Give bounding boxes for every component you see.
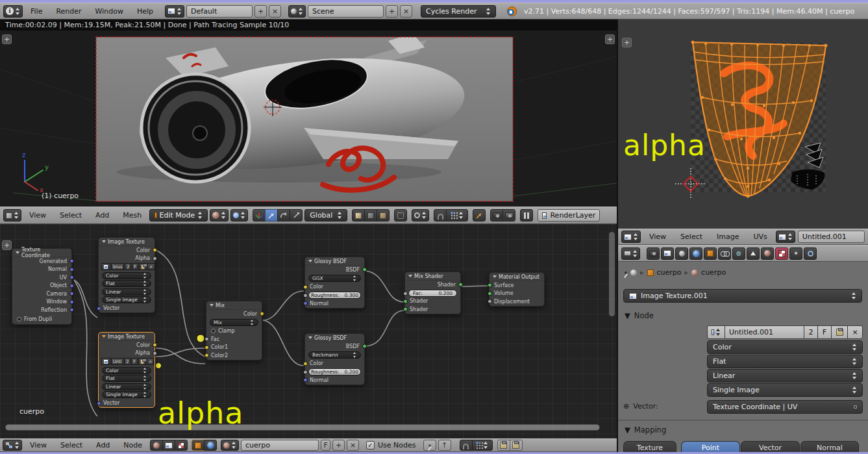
menu-mesh[interactable]: Mesh <box>117 211 147 220</box>
unlink-image-button[interactable]: × <box>147 263 155 270</box>
render-opengl-anim-button[interactable] <box>502 209 515 221</box>
proportional-edit-select[interactable] <box>412 209 429 221</box>
fac-slider[interactable]: Fac:0.200 <box>408 290 457 297</box>
new-image-button[interactable] <box>139 263 147 270</box>
manipulator-axes-button[interactable] <box>253 209 266 221</box>
output-socket-color[interactable] <box>153 248 157 253</box>
node-mix[interactable]: Mix Color Mix Clamp Fac Color1 Color2 <box>206 301 262 360</box>
output-socket[interactable] <box>69 267 74 271</box>
render-layer-select[interactable]: RenderLayer <box>538 209 600 221</box>
node-texture-coordinate[interactable]: Texture Coordinate Generated Normal UV O… <box>12 248 72 325</box>
expand-icon[interactable]: ⊕ <box>623 402 629 410</box>
manipulator-translate-button[interactable] <box>265 209 278 221</box>
tab-render-layers[interactable] <box>661 247 674 260</box>
menu-select[interactable]: Select <box>55 441 88 449</box>
manipulator-scale-button[interactable] <box>290 209 303 221</box>
tab-material[interactable] <box>761 247 774 260</box>
users-count-button[interactable]: 2 <box>804 325 818 339</box>
menu-help[interactable]: Help <box>131 7 159 16</box>
output-socket[interactable] <box>69 299 74 304</box>
editor-type-button-image[interactable] <box>621 231 641 243</box>
uv-image-editor[interactable]: alpha + <box>618 19 868 229</box>
add-layout-button[interactable]: + <box>254 5 267 18</box>
roughness-slider[interactable]: Roughness:0.200 <box>308 368 361 375</box>
add-scene-button[interactable]: + <box>386 5 398 18</box>
pause-render-button[interactable] <box>520 209 533 221</box>
node-editor-expand-button[interactable]: + <box>2 240 12 250</box>
unlink-image-button[interactable]: × <box>147 358 154 365</box>
close-layout-button[interactable]: × <box>269 5 281 18</box>
scene-field[interactable]: Scene <box>308 5 384 18</box>
pin-button[interactable] <box>423 440 436 451</box>
editor-type-button-nodes[interactable] <box>3 440 22 451</box>
tab-modifiers[interactable]: ⚙ <box>732 247 745 260</box>
fake-user-button[interactable]: F <box>817 325 832 339</box>
transform-orientation-select[interactable]: Global <box>304 209 347 221</box>
input-socket-roughness[interactable] <box>303 294 308 298</box>
tab-scene[interactable] <box>675 247 688 260</box>
interpolation-select[interactable]: Linear <box>707 369 863 383</box>
menu-window[interactable]: Window <box>90 7 129 16</box>
menu-uvs[interactable]: UVs <box>748 233 773 241</box>
output-socket-shader[interactable] <box>458 283 463 287</box>
viewport-shading-select[interactable] <box>210 209 229 221</box>
collapse-triangle-icon[interactable] <box>16 251 19 254</box>
blend-type-select[interactable]: Mix <box>210 319 258 326</box>
color-space-select[interactable]: Color <box>102 367 151 374</box>
menu-render[interactable]: Render <box>50 7 87 16</box>
interpolation-select[interactable]: Linear <box>102 383 151 390</box>
breadcrumb-material[interactable]: cuerpo <box>701 268 726 277</box>
go-to-parent-button[interactable]: ↑ <box>438 440 451 451</box>
output-socket[interactable] <box>69 275 74 280</box>
breadcrumb-object[interactable]: cuerpo <box>657 268 682 277</box>
menu-select[interactable]: Select <box>675 233 708 241</box>
output-socket[interactable] <box>69 308 74 312</box>
scene-icon-button[interactable] <box>288 5 306 18</box>
editor-type-button-info[interactable]: i <box>3 5 23 18</box>
snap-element-select[interactable] <box>472 440 493 451</box>
input-socket-shader1[interactable] <box>403 299 408 303</box>
collapse-triangle-icon[interactable] <box>493 275 497 278</box>
menu-select[interactable]: Select <box>54 211 88 220</box>
projection-select[interactable]: Flat <box>102 375 151 382</box>
input-socket-normal[interactable] <box>303 301 308 306</box>
output-socket-bsdf[interactable] <box>362 268 367 272</box>
output-socket-bsdf[interactable] <box>362 344 367 349</box>
output-socket-alpha[interactable] <box>153 256 157 260</box>
node-glossy-bsdf-1[interactable]: Glossy BSDF BSDF GGX Color Roughness:0.3… <box>304 257 365 309</box>
from-dupli-toggle[interactable]: From Dupli <box>12 314 71 324</box>
tab-particles[interactable]: ✶ <box>789 247 802 260</box>
uv-editor-expand-button[interactable]: + <box>622 38 632 47</box>
input-socket-fac[interactable] <box>205 337 209 342</box>
color-space-select[interactable]: Color <box>707 340 863 354</box>
image-browse-button[interactable] <box>101 263 110 270</box>
tab-object[interactable] <box>704 247 717 260</box>
image-name-field[interactable]: Untitled.001 <box>798 231 865 243</box>
menu-view[interactable]: View <box>24 441 53 449</box>
input-socket-vector[interactable] <box>97 306 101 310</box>
snap-element-select[interactable] <box>446 209 468 221</box>
shader-type-texture-button[interactable] <box>175 440 188 451</box>
fake-user-button[interactable]: F <box>132 263 138 270</box>
users-count-button[interactable]: 2 <box>125 263 131 270</box>
menu-image[interactable]: Image <box>711 233 745 241</box>
menu-file[interactable]: File <box>25 7 48 16</box>
collapse-triangle-icon[interactable] <box>308 336 312 339</box>
distribution-select[interactable]: GGX <box>308 275 361 282</box>
snap-toggle-button[interactable] <box>434 209 447 221</box>
distribution-select[interactable]: Beckmann <box>308 351 361 359</box>
paste-nodes-button[interactable] <box>510 440 523 451</box>
shader-type-compositing-button[interactable] <box>162 440 175 451</box>
select-mode-vertex-button[interactable] <box>364 209 377 221</box>
node-mix-shader[interactable]: Mix Shader Shader Fac:0.200 Shader Shade… <box>404 271 461 314</box>
collapse-triangle-icon[interactable] <box>102 240 106 243</box>
select-mode-face-button[interactable] <box>377 209 390 221</box>
texture-datablock-select[interactable]: Image Texture.001 <box>623 289 862 303</box>
render-opengl-button[interactable] <box>490 209 503 221</box>
node-image-texture-2-selected[interactable]: Image Texture Color Alpha Unti 2 F × Col… <box>98 332 155 408</box>
shader-type-material-button[interactable] <box>150 440 163 451</box>
node-image-texture-1[interactable]: Image Texture Color Alpha brus 2 F × Col… <box>98 237 155 313</box>
input-socket-surface[interactable] <box>488 283 492 288</box>
projection-select[interactable]: Flat <box>707 355 863 368</box>
output-socket-alpha[interactable] <box>153 351 157 355</box>
